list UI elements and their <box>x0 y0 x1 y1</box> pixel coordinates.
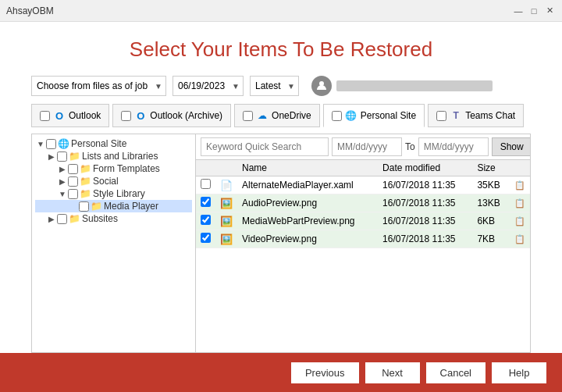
date-to-input[interactable] <box>418 137 489 156</box>
row2-action: 📋 <box>510 194 530 212</box>
row4-name: VideoPreview.png <box>237 230 378 248</box>
table-row[interactable]: 🖼️ MediaWebPartPreview.png 16/07/2018 11… <box>196 212 530 230</box>
tree-check-subsites[interactable] <box>57 214 67 224</box>
tab-personal-site[interactable]: 🌐 Personal Site <box>323 104 425 127</box>
version-select[interactable]: Latest <box>250 76 299 96</box>
folder-icon-lists: 📁 <box>69 151 80 162</box>
row2-checkbox[interactable] <box>201 197 211 207</box>
row3-action: 📋 <box>510 212 530 230</box>
user-name-bar <box>336 80 493 91</box>
previous-button[interactable]: Previous <box>291 362 359 383</box>
tab-outlook-archive[interactable]: O Outlook (Archive) <box>112 104 231 127</box>
folder-icon-social: 📁 <box>80 176 91 187</box>
folder-icon-media-player: 📁 <box>91 201 101 212</box>
table-row[interactable]: 🖼️ AudioPreview.png 16/07/2018 11:35 13K… <box>196 194 530 212</box>
window-title: AhsayOBM <box>6 5 512 16</box>
tree-check-lists[interactable] <box>57 151 67 162</box>
folder-icon-form-templates: 📁 <box>80 163 91 174</box>
row3-size: 6KB <box>472 212 510 230</box>
tab-outlook-checkbox[interactable] <box>40 111 50 121</box>
tree-check-form-templates[interactable] <box>68 164 78 174</box>
user-area <box>311 76 493 96</box>
col-icon-header <box>215 160 237 176</box>
row1-action: 📋 <box>510 176 530 194</box>
tree-item-social[interactable]: ▶ 📁 Social <box>35 175 192 187</box>
row1-name: AlternateMediaPlayer.xaml <box>237 176 378 194</box>
cancel-button[interactable]: Cancel <box>426 362 486 383</box>
tab-personal-site-checkbox[interactable] <box>332 111 342 121</box>
row4-action: 📋 <box>510 230 530 248</box>
col-date-header[interactable]: Date modified <box>378 160 472 176</box>
user-avatar-icon <box>311 76 332 96</box>
row4-check-cell <box>196 230 215 248</box>
image-file-icon-2: 🖼️ <box>220 216 233 227</box>
to-label: To <box>405 141 415 152</box>
table-row[interactable]: 🖼️ VideoPreview.png 16/07/2018 11:35 7KB… <box>196 230 530 248</box>
expand-media-icon[interactable] <box>68 201 79 212</box>
tab-outlook-archive-checkbox[interactable] <box>121 111 131 121</box>
tree-item-media-player[interactable]: 📁 Media Player <box>35 200 192 212</box>
tab-outlook-label: Outlook <box>69 110 101 121</box>
file-as-of-select[interactable]: Choose from files as of job <box>31 76 166 96</box>
tabs-row: O Outlook O Outlook (Archive) ☁ OneDrive… <box>31 104 531 127</box>
tab-onedrive-label: OneDrive <box>272 110 311 121</box>
tab-teams-chat-label: Teams Chat <box>465 110 515 121</box>
tab-teams-chat[interactable]: T Teams Chat <box>428 104 524 127</box>
row1-icon-cell: 📄 <box>215 176 237 194</box>
expand-social-icon[interactable]: ▶ <box>57 176 68 187</box>
expand-form-icon[interactable]: ▶ <box>57 163 68 174</box>
tree-check-media-player[interactable] <box>79 201 89 212</box>
search-input[interactable] <box>201 137 329 156</box>
date-wrapper: 06/19/2023 ▼ <box>173 76 244 96</box>
tree-item-subsites[interactable]: ▶ 📁 Subsites <box>35 212 192 225</box>
tree-check-personal-site[interactable] <box>46 139 56 149</box>
expand-lists-icon[interactable]: ▶ <box>46 151 57 162</box>
tree-check-style-library[interactable] <box>68 189 78 199</box>
row1-size: 35KB <box>472 176 510 194</box>
tree-item-personal-site[interactable]: ▼ 🌐 Personal Site <box>35 137 192 150</box>
minimize-button[interactable]: — <box>512 5 525 17</box>
maximize-button[interactable]: □ <box>528 5 540 17</box>
col-size-header[interactable]: Size <box>472 160 510 176</box>
row4-icon-cell: 🖼️ <box>215 230 237 248</box>
row3-icon-cell: 🖼️ <box>215 212 237 230</box>
row1-checkbox[interactable] <box>201 179 211 189</box>
col-action-header <box>510 160 530 176</box>
tab-onedrive-checkbox[interactable] <box>243 111 253 121</box>
row3-check-cell <box>196 212 215 230</box>
teams-icon: T <box>450 109 462 122</box>
help-button[interactable]: Help <box>492 362 546 383</box>
expand-personal-site-icon[interactable]: ▼ <box>35 138 46 149</box>
row2-size: 13KB <box>472 194 510 212</box>
version-wrapper: Latest ▼ <box>250 76 299 96</box>
row1-date: 16/07/2018 11:35 <box>378 176 472 194</box>
tree-item-style-library[interactable]: ▼ 📁 Style Library <box>35 187 192 200</box>
tree-item-form-templates[interactable]: ▶ 📁 Form Templates <box>35 162 192 175</box>
row1-check-cell <box>196 176 215 194</box>
tree-check-social[interactable] <box>68 176 78 187</box>
date-select[interactable]: 06/19/2023 <box>173 76 244 96</box>
file-as-of-wrapper: Choose from files as of job ▼ <box>31 76 166 96</box>
tab-outlook[interactable]: O Outlook <box>31 104 109 127</box>
main-panel: ▼ 🌐 Personal Site ▶ 📁 Lists and Librarie… <box>31 134 531 353</box>
col-check-header <box>196 160 215 176</box>
row3-checkbox[interactable] <box>201 215 211 225</box>
folder-icon-style-library: 📁 <box>80 188 91 199</box>
col-name-header[interactable]: Name <box>237 160 378 176</box>
row4-checkbox[interactable] <box>201 233 211 243</box>
tree-item-lists-libraries[interactable]: ▶ 📁 Lists and Libraries <box>35 150 192 162</box>
next-button[interactable]: Next <box>365 362 420 383</box>
date-from-input[interactable] <box>332 137 402 156</box>
footer-bar: Previous Next Cancel Help <box>0 353 562 392</box>
tab-onedrive[interactable]: ☁ OneDrive <box>234 104 320 127</box>
expand-subsites-icon[interactable]: ▶ <box>46 213 57 224</box>
close-button[interactable]: ✕ <box>543 5 556 17</box>
main-window: AhsayOBM — □ ✕ Select Your Items To Be R… <box>0 0 562 392</box>
tree-label-lists: Lists and Libraries <box>82 151 158 162</box>
right-panel: To Show Name Date modified Siz <box>196 134 530 352</box>
table-row[interactable]: 📄 AlternateMediaPlayer.xaml 16/07/2018 1… <box>196 176 530 194</box>
show-button[interactable]: Show <box>492 137 530 156</box>
tab-teams-chat-checkbox[interactable] <box>436 111 446 121</box>
outlook-icon: O <box>53 109 66 122</box>
expand-style-icon[interactable]: ▼ <box>57 188 68 199</box>
